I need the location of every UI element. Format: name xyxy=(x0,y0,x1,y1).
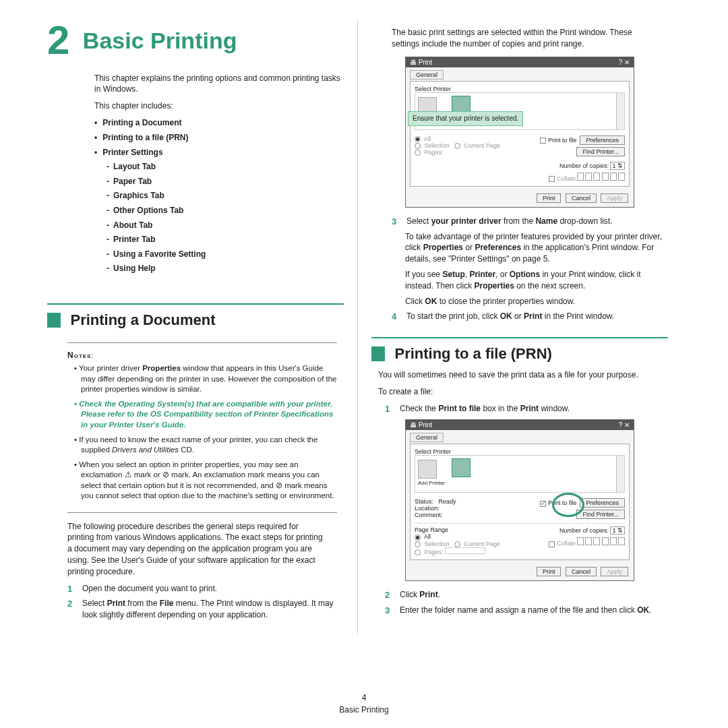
toc-subitem[interactable]: Layout Tab xyxy=(107,160,344,175)
page-number: 4 xyxy=(0,692,728,704)
print-button[interactable]: Print xyxy=(537,193,562,203)
section-printing-to-file: Printing to a file (PRN) xyxy=(371,337,668,363)
section-bar-icon xyxy=(47,313,61,328)
prn-intro: You will sometimes need to save the prin… xyxy=(378,369,648,381)
col2-intro: The basic print settings are selected wi… xyxy=(392,27,661,50)
step-detail: If you see Setup, Printer, or Options in… xyxy=(405,269,668,292)
printer-icon xyxy=(418,460,437,479)
print-dialog-figure-2: 🖶 Print ? ✕ General Select Printer Add P… xyxy=(405,419,634,580)
section-printing-document: Printing a Document xyxy=(47,303,344,329)
page-footer: 4 Basic Printing xyxy=(0,692,728,716)
procedure-intro: The following procedure describes the ge… xyxy=(67,521,324,578)
step-detail: To take advantage of the printer feature… xyxy=(405,231,668,265)
dialog-titlebar: 🖶 Print ? ✕ xyxy=(406,57,634,67)
print-dialog-figure-1: 🖶 Print ? ✕ General Select Printer Add P… xyxy=(405,57,634,208)
dialog-body: Select Printer Add Printer Ensure that y… xyxy=(410,81,630,187)
step: 4To start the print job, click OK or Pri… xyxy=(392,311,668,322)
print-to-file-checkbox[interactable] xyxy=(540,501,546,507)
window-controls-icon: ? ✕ xyxy=(619,421,630,429)
footer-title: Basic Printing xyxy=(0,704,728,716)
step: 3Enter the folder name and assign a name… xyxy=(385,605,668,616)
tab-general[interactable]: General xyxy=(410,70,444,80)
chapter-number: 2 xyxy=(47,20,69,61)
scrollbar[interactable] xyxy=(616,93,624,129)
step: 1Check the Print to file box in the Prin… xyxy=(385,403,668,415)
page-range-group: Page Range All Selection Current Page Pa… xyxy=(415,526,500,555)
toc: Printing a Document Printing to a file (… xyxy=(94,116,344,276)
dialog-body: Select Printer Add Printer Status: Ready… xyxy=(410,444,630,559)
tab-general[interactable]: General xyxy=(410,433,444,442)
steps-continued: 3Select your printer driver from the Nam… xyxy=(392,216,668,227)
left-column: 2 Basic Printing This chapter explains t… xyxy=(34,20,357,634)
toc-subitem[interactable]: Other Options Tab xyxy=(107,204,344,218)
toc-subitem[interactable]: Graphics Tab xyxy=(107,189,344,204)
status-group: Status: Ready Location: Comment: xyxy=(415,498,456,519)
step: 2Select Print from the File menu. The Pr… xyxy=(67,598,344,621)
toc-subitem[interactable]: Using Help xyxy=(107,262,344,276)
section-bar-icon xyxy=(371,346,385,361)
printer-list[interactable]: Add Printer xyxy=(415,455,625,493)
chapter-intro: This chapter explains the printing optio… xyxy=(94,73,344,94)
step: 1Open the document you want to print. xyxy=(67,583,344,595)
prn-steps: 1Check the Print to file box in the Prin… xyxy=(385,403,668,415)
scrollbar[interactable] xyxy=(616,456,624,492)
dialog-title: Print xyxy=(419,59,433,66)
select-printer-label: Select Printer xyxy=(415,86,625,92)
steps-continued: 4To start the print job, click OK or Pri… xyxy=(392,311,668,322)
print-to-file-checkbox[interactable] xyxy=(540,138,546,144)
note-item: If you need to know the exact name of yo… xyxy=(74,435,337,456)
includes-label: This chapter includes: xyxy=(94,101,344,111)
print-button[interactable]: Print xyxy=(537,567,562,576)
notes-label: Notes xyxy=(67,351,91,360)
prn-steps-cont: 2Click Print. 3Enter the folder name and… xyxy=(385,589,668,616)
callout-ensure-selected: Ensure that your printer is selected. xyxy=(408,111,523,126)
find-printer-button[interactable]: Find Printer... xyxy=(576,147,625,156)
toc-item[interactable]: Printer Settings xyxy=(94,146,344,160)
toc-subitem[interactable]: About Tab xyxy=(107,218,344,233)
step-detail: Click OK to close the printer properties… xyxy=(405,296,668,307)
dialog-titlebar: 🖶 Print ? ✕ xyxy=(406,420,634,430)
toc-subitem[interactable]: Printer Tab xyxy=(107,233,344,247)
apply-button[interactable]: Apply xyxy=(601,193,628,203)
prn-create-label: To create a file: xyxy=(378,386,648,398)
apply-button[interactable]: Apply xyxy=(601,567,628,576)
toc-item[interactable]: Printing to a file (PRN) xyxy=(94,131,344,146)
preferences-button[interactable]: Preferences xyxy=(580,498,625,508)
chapter-title: Basic Printing xyxy=(83,20,237,61)
cancel-button[interactable]: Cancel xyxy=(566,567,597,576)
cancel-button[interactable]: Cancel xyxy=(566,193,597,203)
page-range-group: All Selection Current Page Pages: xyxy=(415,135,500,182)
window-controls-icon: ? ✕ xyxy=(619,59,630,66)
chapter-heading: 2 Basic Printing xyxy=(47,20,344,61)
notes-box: Notes: Your printer driver Properties wi… xyxy=(67,342,337,513)
find-printer-button[interactable]: Find Printer... xyxy=(576,510,625,519)
toc-subitem[interactable]: Paper Tab xyxy=(107,175,344,189)
procedure-steps: 1Open the document you want to print. 2S… xyxy=(67,583,344,621)
step: 2Click Print. xyxy=(385,589,668,601)
section-title: Printing to a file (PRN) xyxy=(394,345,551,363)
preferences-button[interactable]: Preferences xyxy=(580,135,625,145)
toc-item[interactable]: Printing a Document xyxy=(94,116,344,131)
copies-spinner[interactable]: 1 ⇅ xyxy=(610,162,625,170)
section-title: Printing a Document xyxy=(70,311,215,329)
note-item: When you select an option in printer pro… xyxy=(74,460,337,502)
right-column: The basic print settings are selected wi… xyxy=(358,20,681,634)
printer-selected-icon xyxy=(452,458,471,477)
copies-spinner[interactable]: 1 ⇅ xyxy=(610,526,625,535)
step: 3Select your printer driver from the Nam… xyxy=(392,216,668,227)
note-item-warning: Check the Operating System(s) that are c… xyxy=(74,399,337,431)
note-item: Your printer driver Properties window th… xyxy=(74,363,337,395)
toc-subitem[interactable]: Using a Favorite Setting xyxy=(107,247,344,262)
